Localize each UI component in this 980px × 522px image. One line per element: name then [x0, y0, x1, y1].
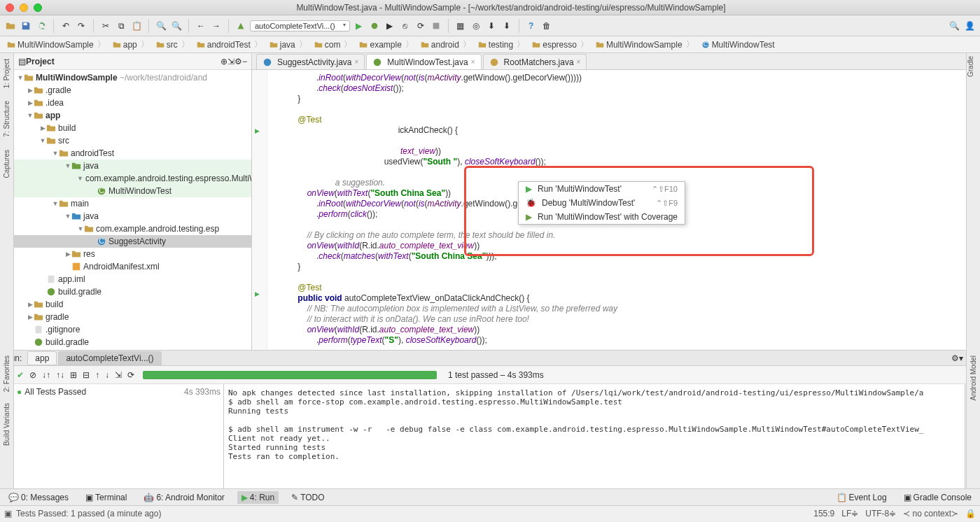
- run-gutter-icon[interactable]: ▶: [255, 126, 260, 136]
- project-tree[interactable]: ▼MultiWindowSample ~/work/test/android/a…: [14, 70, 251, 350]
- encoding[interactable]: UTF-8≑: [865, 509, 896, 519]
- maximize-window-button[interactable]: [34, 3, 42, 12]
- structure-tool-button[interactable]: 7: Structure: [3, 98, 10, 140]
- help-icon[interactable]: ?: [525, 20, 538, 32]
- forward-icon[interactable]: →: [210, 20, 223, 32]
- editor-tab[interactable]: RootMatchers.java×: [483, 54, 587, 69]
- collapse-icon[interactable]: ⊟: [83, 370, 90, 380]
- gradleconsole-button[interactable]: ▣ Gradle Console: [899, 491, 976, 504]
- crumb[interactable]: android〉: [418, 38, 475, 50]
- run-config-combo[interactable]: autoCompleteTextVi...(): [250, 20, 350, 31]
- find-icon[interactable]: 🔍: [155, 20, 167, 32]
- crumb[interactable]: example〉: [356, 38, 417, 50]
- buildvariants-tool-button[interactable]: Build Variants: [3, 400, 10, 449]
- search-icon[interactable]: 🔍: [948, 20, 960, 32]
- run-tool-button[interactable]: ▶ 4: Run: [237, 491, 279, 504]
- editor-tab[interactable]: SuggestActivity.java×: [256, 54, 365, 69]
- tree-node[interactable]: ▼app: [14, 109, 251, 122]
- test-tree[interactable]: ●All Tests Passed4s 393ms: [14, 384, 223, 488]
- tree-leaf[interactable]: build.gradle: [14, 285, 251, 298]
- run-console[interactable]: No apk changes detected since last insta…: [224, 384, 965, 488]
- messages-tool-button[interactable]: 💬 0: Messages: [4, 491, 73, 504]
- tree-leaf[interactable]: .gitignore: [14, 323, 251, 336]
- stop-icon[interactable]: [430, 20, 442, 32]
- hide-icon[interactable]: −: [242, 57, 247, 66]
- run-gutter-icon[interactable]: ▶: [255, 289, 260, 299]
- sort-icon[interactable]: ↓↑: [42, 370, 50, 380]
- run-icon[interactable]: ▶: [353, 20, 365, 32]
- tree-leaf[interactable]: build.gradle: [14, 336, 251, 348]
- replace-icon[interactable]: 🔍: [170, 20, 183, 32]
- run-tab-app[interactable]: app: [27, 351, 57, 365]
- close-tab-icon[interactable]: ×: [471, 58, 475, 66]
- avd-icon[interactable]: ◎: [470, 20, 482, 32]
- test-fail-icon[interactable]: ⊘: [29, 370, 36, 380]
- crumb[interactable]: testing〉: [475, 38, 529, 50]
- minimize-window-button[interactable]: [20, 3, 28, 12]
- build-icon[interactable]: [234, 20, 247, 32]
- gear-icon[interactable]: ⚙▾: [951, 353, 963, 363]
- uninstall-icon[interactable]: 🗑: [540, 20, 553, 32]
- next-icon[interactable]: ↓: [105, 370, 109, 380]
- context-coverage[interactable]: ▶Run 'MultiWindowTest' with Coverage: [519, 210, 685, 224]
- copy-icon[interactable]: ⧉: [115, 20, 127, 32]
- crumb[interactable]: MultiWindowSample〉: [593, 38, 699, 50]
- crumb[interactable]: src〉: [153, 38, 194, 50]
- tree-node[interactable]: ▶build: [14, 122, 251, 134]
- crumb[interactable]: CMultiWindowTest: [699, 40, 778, 50]
- crumb[interactable]: com〉: [312, 38, 357, 50]
- editor-tab-active[interactable]: MultiWindowTest.java×: [366, 54, 481, 69]
- eventlog-button[interactable]: 📋 Event Log: [832, 491, 891, 504]
- tree-node[interactable]: ▶res: [14, 248, 251, 260]
- crumb[interactable]: espresso〉: [529, 38, 593, 50]
- editor-gutter[interactable]: ▶ ▶: [252, 70, 267, 350]
- close-window-button[interactable]: [6, 3, 14, 12]
- prev-icon[interactable]: ↑: [95, 370, 99, 380]
- terminal-tool-button[interactable]: ▣ Terminal: [81, 491, 131, 504]
- open-icon[interactable]: [4, 20, 17, 32]
- history-icon[interactable]: ⟳: [127, 370, 134, 380]
- tree-leaf[interactable]: app.iml: [14, 273, 251, 285]
- collapse-icon[interactable]: ⇲: [227, 57, 234, 66]
- paste-icon[interactable]: 📋: [130, 20, 143, 32]
- export-icon[interactable]: ⇲: [115, 370, 122, 380]
- close-tab-icon[interactable]: ×: [577, 58, 581, 66]
- layout-icon[interactable]: ▦: [454, 20, 467, 32]
- profile-icon[interactable]: ▶: [384, 20, 396, 32]
- tree-node[interactable]: ▼com.example.android.testing.espresso.Mu…: [14, 172, 251, 185]
- sort2-icon[interactable]: ↑↓: [56, 370, 64, 380]
- save-icon[interactable]: [20, 20, 32, 32]
- context[interactable]: ≺ no context≻: [903, 509, 958, 519]
- context-run[interactable]: ▶Run 'MultiWindowTest'⌃⇧F10: [519, 182, 685, 196]
- tree-node[interactable]: ▶build: [14, 298, 251, 311]
- expand-icon[interactable]: ⊞: [70, 370, 77, 380]
- crumb[interactable]: androidTest〉: [194, 38, 267, 50]
- cursor-position[interactable]: 155:9: [813, 509, 834, 519]
- sdk-icon[interactable]: ⬇: [485, 20, 498, 32]
- project-header-title[interactable]: Project: [26, 57, 220, 66]
- crumb[interactable]: MultiWindowSample〉: [4, 38, 110, 50]
- sdk2-icon[interactable]: ⬇: [500, 20, 513, 32]
- test-ok-icon[interactable]: ✔: [17, 370, 24, 380]
- androidmodel-tool-button[interactable]: Android Model: [969, 353, 977, 403]
- status-icon[interactable]: ▣: [4, 509, 12, 519]
- crumb[interactable]: app〉: [110, 38, 153, 50]
- tree-node[interactable]: ▶.idea: [14, 97, 251, 109]
- tree-leaf[interactable]: AndroidManifest.xml: [14, 260, 251, 273]
- tree-node[interactable]: ▼com.example.android.testing.esp: [14, 223, 251, 235]
- close-tab-icon[interactable]: ×: [355, 58, 359, 66]
- lock-icon[interactable]: 🔒: [965, 509, 976, 519]
- sync-icon[interactable]: [35, 20, 48, 32]
- more-icon[interactable]: ⟳: [414, 20, 427, 32]
- user-icon[interactable]: 👤: [963, 20, 976, 32]
- redo-icon[interactable]: ↷: [75, 20, 88, 32]
- project-tool-button[interactable]: 1: Project: [3, 56, 10, 91]
- gear-icon[interactable]: ⚙: [234, 57, 242, 66]
- captures-tool-button[interactable]: Captures: [3, 147, 10, 181]
- crumb[interactable]: java〉: [267, 38, 312, 50]
- tree-node[interactable]: ▶gradle: [14, 311, 251, 323]
- undo-icon[interactable]: ↶: [59, 20, 72, 32]
- back-icon[interactable]: ←: [195, 20, 207, 32]
- android-monitor-button[interactable]: 🤖 6: Android Monitor: [139, 491, 228, 504]
- debug-icon[interactable]: [368, 20, 381, 32]
